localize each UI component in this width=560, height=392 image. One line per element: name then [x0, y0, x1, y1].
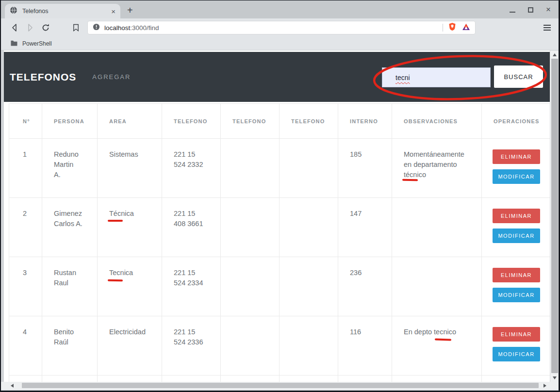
cell-telefono3: [280, 257, 338, 316]
horizontal-scrollbar-thumb[interactable]: [22, 383, 539, 388]
cell-operaciones: ELIMINAR MODIFICAR: [482, 198, 550, 257]
window-bottom-edge: [1, 389, 559, 391]
cell-observaciones: Momentáneamente en departamento técnico: [392, 139, 482, 198]
table-row: [9, 376, 550, 382]
browser-toolbar: localhost:3000/find: [1, 18, 559, 37]
cell-num: 4: [9, 316, 42, 376]
col-header-operaciones: OPERACIONES: [482, 104, 550, 139]
folder-icon: [10, 39, 18, 48]
app-navbar: TELEFONOS AGREGAR tecni BUSCAR: [4, 52, 550, 102]
eliminar-button[interactable]: ELIMINAR: [493, 209, 540, 223]
address-bar[interactable]: localhost:3000/find: [87, 21, 476, 34]
vertical-scrollbar[interactable]: [550, 50, 559, 382]
nav-link-agregar[interactable]: AGREGAR: [92, 73, 131, 81]
cell-operaciones: ELIMINAR MODIFICAR: [482, 139, 550, 198]
brave-shield-icon[interactable]: [448, 22, 456, 33]
maximize-icon[interactable]: [528, 7, 533, 13]
col-header-num: N°: [9, 104, 42, 139]
cell-telefono1: 221 15 524 2334: [162, 257, 221, 316]
cell-observaciones: [392, 257, 482, 316]
cell-persona: Rustan Raul: [42, 257, 98, 316]
bookmark-icon[interactable]: [72, 23, 80, 34]
site-info-icon[interactable]: [93, 23, 100, 33]
cell-telefono3: [280, 139, 338, 198]
tab-close-icon[interactable]: ×: [111, 8, 115, 15]
new-tab-icon[interactable]: +: [127, 5, 133, 16]
cell-interno: 116: [338, 316, 392, 376]
browser-window: Telefonos × + × localhost:3000/find: [0, 0, 560, 392]
url-path: :3000/find: [130, 24, 159, 32]
modificar-button[interactable]: MODIFICAR: [493, 229, 540, 243]
modificar-button[interactable]: MODIFICAR: [493, 288, 540, 302]
col-header-area: AREA: [98, 104, 162, 139]
web-page: TELEFONOS AGREGAR tecni BUSCAR N° PERSON…: [1, 50, 550, 382]
table-header-row: N° PERSONA AREA TELEFONO TELEFONO TELEFO…: [9, 104, 550, 139]
menu-icon[interactable]: [544, 25, 551, 31]
cell-telefono3: [280, 198, 338, 257]
eliminar-button[interactable]: ELIMINAR: [493, 327, 540, 342]
cell-interno: 236: [338, 257, 392, 316]
tab-title: Telefonos: [22, 8, 111, 15]
cell-observaciones: [392, 198, 482, 257]
scrollbar-corner: [550, 382, 559, 389]
eliminar-button[interactable]: ELIMINAR: [493, 268, 540, 282]
modificar-button[interactable]: MODIFICAR: [493, 347, 540, 361]
col-header-interno: INTERNO: [338, 104, 392, 139]
cell-num: 3: [9, 257, 42, 316]
col-header-observaciones: OBSERVACIONES: [392, 104, 482, 139]
globe-favicon-icon: [10, 6, 17, 16]
table-row: 4 Benito Raúl Electricidad 221 15 524 23…: [9, 316, 550, 376]
cell-interno: 185: [338, 139, 392, 198]
table-row: 3 Rustan Raul Tecnica 221 15 524 2334 23…: [9, 257, 550, 316]
cell-telefono1: 221 15 408 3661: [162, 198, 221, 257]
cell-telefono2: [221, 198, 280, 257]
back-icon[interactable]: [10, 23, 19, 34]
eliminar-button[interactable]: ELIMINAR: [493, 149, 540, 164]
url-host: localhost: [104, 24, 130, 32]
cell-observaciones: En depto tecnico: [392, 316, 482, 376]
url-text: localhost:3000/find: [104, 24, 159, 32]
cell-persona: Gimenez Carlos A.: [42, 198, 98, 257]
search-input[interactable]: tecni: [382, 67, 491, 87]
table-row: 1 Reduno Martin A. Sistemas 221 15 524 2…: [9, 139, 550, 198]
cell-persona: Benito Raúl: [42, 316, 98, 376]
cell-telefono2: [221, 257, 280, 316]
col-header-telefono3: TELEFONO: [280, 104, 338, 139]
cell-telefono1: 221 15 524 2332: [162, 139, 221, 198]
search-input-value: tecni: [395, 74, 410, 82]
modificar-button[interactable]: MODIFICAR: [493, 169, 540, 184]
bat-rewards-icon[interactable]: [462, 23, 470, 33]
app-brand[interactable]: TELEFONOS: [10, 71, 76, 83]
col-header-telefono1: TELEFONO: [162, 104, 221, 139]
scroll-up-icon[interactable]: [553, 53, 557, 56]
tab-strip: Telefonos × + ×: [1, 0, 559, 18]
table-row: 2 Gimenez Carlos A. Técnica 221 15 408 3…: [9, 198, 550, 257]
bookmark-item-powershell[interactable]: PowerShell: [22, 40, 52, 47]
phones-table: N° PERSONA AREA TELEFONO TELEFONO TELEFO…: [9, 103, 550, 382]
cell-num: 2: [9, 198, 42, 257]
scroll-down-icon[interactable]: [553, 376, 557, 379]
scroll-left-icon[interactable]: [11, 384, 14, 388]
window-controls: ×: [510, 6, 551, 14]
cell-area: Electricidad: [98, 316, 162, 376]
browser-tab[interactable]: Telefonos ×: [5, 4, 120, 18]
col-header-persona: PERSONA: [42, 104, 98, 139]
cell-interno: 147: [338, 198, 392, 257]
vertical-scrollbar-thumb[interactable]: [551, 59, 558, 373]
window-close-icon[interactable]: ×: [546, 6, 551, 13]
urlbar-divider: [443, 24, 443, 32]
cell-area: Tecnica: [98, 257, 162, 316]
bookmarks-bar: PowerShell: [1, 37, 559, 50]
horizontal-scrollbar[interactable]: [1, 382, 550, 389]
col-header-telefono2: TELEFONO: [221, 104, 280, 139]
minimize-icon[interactable]: [510, 12, 515, 13]
cell-telefono2: [221, 316, 280, 376]
reload-icon[interactable]: [41, 23, 50, 34]
cell-telefono3: [280, 316, 338, 376]
cell-operaciones: ELIMINAR MODIFICAR: [482, 316, 550, 376]
forward-icon[interactable]: [25, 23, 35, 34]
cell-telefono1: 221 15 524 2336: [162, 316, 221, 376]
scroll-right-icon[interactable]: [544, 384, 546, 388]
buscar-button[interactable]: BUSCAR: [494, 65, 543, 88]
cell-num: 1: [9, 139, 42, 198]
